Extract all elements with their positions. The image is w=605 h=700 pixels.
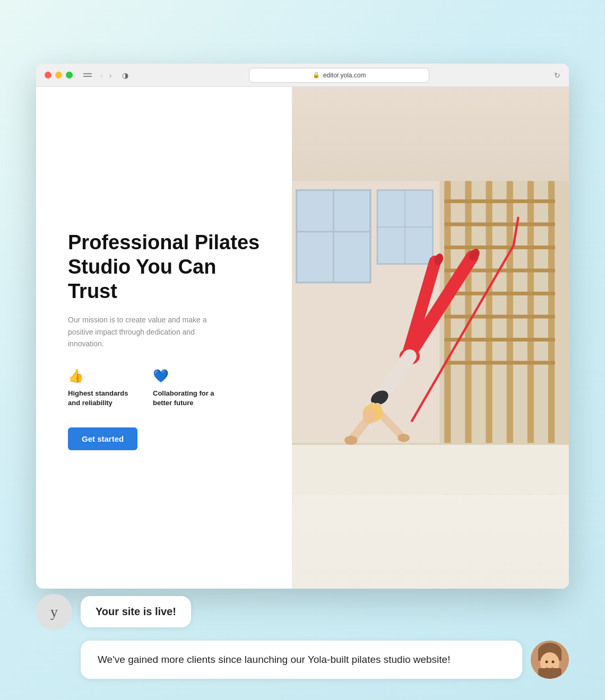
svg-point-45 bbox=[546, 660, 548, 663]
svg-rect-16 bbox=[444, 199, 555, 203]
refresh-icon[interactable]: ↻ bbox=[554, 71, 560, 80]
chat-bubble-1-text: Your site is live! bbox=[96, 606, 176, 617]
hero-title: Professional Pilates Studio You Can Trus… bbox=[68, 231, 265, 303]
chat-bubble-1: Your site is live! bbox=[81, 596, 191, 627]
svg-point-35 bbox=[344, 435, 357, 444]
svg-rect-47 bbox=[538, 668, 561, 679]
privacy-icon: ◑ bbox=[122, 71, 128, 80]
svg-rect-23 bbox=[444, 361, 555, 365]
hero-subtitle: Our mission is to create value and make … bbox=[68, 314, 217, 349]
heart-icon: 💙 bbox=[153, 369, 217, 383]
traffic-lights bbox=[45, 72, 73, 78]
svg-rect-20 bbox=[444, 292, 555, 295]
svg-rect-21 bbox=[444, 314, 555, 318]
maximize-button[interactable] bbox=[66, 72, 73, 78]
nav-arrows: ‹ › bbox=[98, 70, 114, 81]
svg-rect-24 bbox=[292, 444, 569, 495]
browser-window: ‹ › ◑ 🔒 editor.yola.com ↻ Professional P… bbox=[36, 64, 569, 589]
feature-label-2: Collaborating for a better future bbox=[153, 389, 217, 408]
left-panel: Professional Pilates Studio You Can Trus… bbox=[36, 87, 292, 589]
chat-row-right: We've gained more clients since launchin… bbox=[81, 641, 569, 679]
svg-rect-25 bbox=[292, 443, 569, 444]
user-avatar bbox=[531, 641, 569, 679]
close-button[interactable] bbox=[45, 72, 51, 78]
yola-avatar: y bbox=[36, 594, 72, 630]
user-avatar-svg bbox=[531, 641, 569, 679]
address-text: editor.yola.com bbox=[323, 72, 366, 79]
pilates-image bbox=[292, 87, 569, 589]
website-content: Professional Pilates Studio You Can Trus… bbox=[36, 87, 569, 589]
chat-bubble-2: We've gained more clients since launchin… bbox=[81, 641, 522, 679]
right-panel bbox=[292, 87, 569, 589]
thumbs-up-icon: 👍 bbox=[68, 369, 132, 383]
chat-section: y Your site is live! We've gained more c… bbox=[36, 594, 569, 679]
lock-icon: 🔒 bbox=[313, 72, 320, 78]
forward-arrow-icon[interactable]: › bbox=[107, 70, 114, 81]
svg-rect-17 bbox=[444, 222, 555, 226]
svg-point-38 bbox=[363, 409, 376, 424]
minimize-button[interactable] bbox=[55, 72, 62, 78]
yola-letter: y bbox=[50, 603, 58, 620]
address-bar[interactable]: 🔒 editor.yola.com bbox=[249, 68, 429, 83]
svg-point-46 bbox=[552, 660, 555, 663]
browser-chrome: ‹ › ◑ 🔒 editor.yola.com ↻ bbox=[36, 64, 569, 87]
get-started-button[interactable]: Get started bbox=[68, 427, 137, 450]
chat-row-left: y Your site is live! bbox=[36, 594, 569, 630]
svg-point-36 bbox=[397, 434, 410, 442]
chat-bubble-2-text: We've gained more clients since launchin… bbox=[98, 654, 450, 665]
features-row: 👍 Highest standards and reliability 💙 Co… bbox=[68, 369, 265, 408]
svg-rect-18 bbox=[444, 246, 555, 249]
pilates-svg bbox=[292, 87, 569, 589]
back-arrow-icon[interactable]: ‹ bbox=[98, 70, 105, 81]
feature-item-1: 👍 Highest standards and reliability bbox=[68, 369, 132, 408]
feature-label-1: Highest standards and reliability bbox=[68, 389, 132, 408]
feature-item-2: 💙 Collaborating for a better future bbox=[153, 369, 217, 408]
sidebar-toggle-icon[interactable] bbox=[83, 73, 92, 77]
